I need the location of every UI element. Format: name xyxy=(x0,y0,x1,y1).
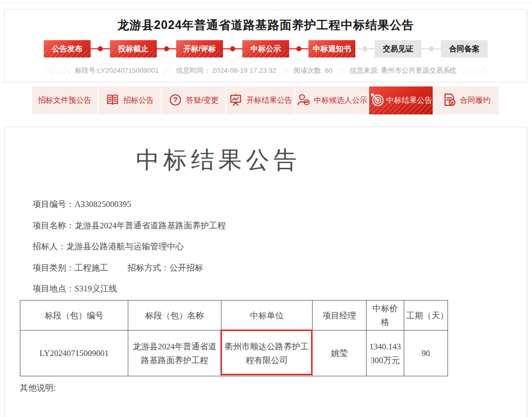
step-award-notice[interactable]: 中标通知书 xyxy=(309,40,355,57)
candidate-person-icon xyxy=(296,93,311,108)
question-circle-icon: ? xyxy=(169,93,182,108)
tab-clarification-change[interactable]: ? 答疑/变更 xyxy=(162,86,227,114)
step-connector xyxy=(422,48,441,49)
info-time: 信息时间： 2024-08-19 17:23:32 xyxy=(172,66,281,75)
info-source: 信息来源: 衢州市公共资源交易系统 xyxy=(345,66,461,75)
announcement-summary-card: 龙游县2024年普通省道路基路面养护工程中标结果公告 公告发布 投标截止 开标/… xyxy=(4,9,527,82)
top-divider xyxy=(0,3,532,3)
field-project-name: 项目名称：龙游县2024年普通省道路基路面养护工程 xyxy=(33,220,226,232)
contract-star-icon: ★ xyxy=(442,93,457,108)
tab-award-result-notice[interactable]: 中标结果公告 xyxy=(369,86,434,114)
step-contract-filing[interactable]: 合同备案 xyxy=(441,40,488,57)
tab-label: 招标文件预公告 xyxy=(38,96,92,105)
target-arrow-icon xyxy=(370,92,385,109)
table-row: LY20240715009001 龙游县2024年普通省道路基路面养护工程 衢州… xyxy=(20,331,448,376)
svg-text:?: ? xyxy=(174,96,178,104)
tab-bid-announcement[interactable]: 招标公告 xyxy=(98,86,162,114)
header-duration-days: 工期（天） xyxy=(404,301,448,331)
award-result-table: 标段（包）编号 标段（包）名称 中标单位 项目经理 中标价格 工期（天） LY2… xyxy=(20,300,448,376)
table-header-row: 标段（包）编号 标段（包）名称 中标单位 项目经理 中标价格 工期（天） xyxy=(20,301,448,331)
header-project-manager: 项目经理 xyxy=(313,301,367,331)
step-connector xyxy=(289,48,309,49)
cell-project-manager: 姚莹 xyxy=(313,331,367,376)
read-count: 阅读次数: 60 xyxy=(289,66,337,75)
tab-contract-performance[interactable]: ★ 合同履约 xyxy=(434,86,499,114)
red-highlight-box xyxy=(220,330,313,375)
cell-winning-price: 1340.143300万元 xyxy=(367,331,404,376)
tab-label: 开标结果公告 xyxy=(246,96,292,105)
process-step-bar: 公告发布 投标截止 开标/评标 中标公示 中标通知书 交易见证 合同备案 xyxy=(5,40,527,57)
cell-duration-days: 90 xyxy=(404,331,448,376)
section-number: 标段号:LY20240715009001 xyxy=(70,66,163,75)
winning-bidder-name: 衢州市顺达公路养护工程有限公司 xyxy=(225,342,309,365)
field-project-category-and-method: 项目类别：工程施工招标方式：公开招标 xyxy=(33,262,226,274)
step-connector xyxy=(157,48,176,49)
book-icon xyxy=(105,93,120,108)
tab-opening-result-notice[interactable]: 开标结果公告 xyxy=(227,86,295,114)
step-bid-opening[interactable]: 开标/评标 xyxy=(176,40,223,57)
header-winning-price: 中标价格 xyxy=(367,301,404,331)
tab-label: 招标公告 xyxy=(123,96,154,105)
notice-document-card: 中标结果公告 项目编号：A330825000395 项目名称：龙游县2024年普… xyxy=(4,127,527,417)
presentation-chart-icon xyxy=(229,93,243,108)
tab-label: 中标结果公告 xyxy=(386,96,432,105)
step-connector xyxy=(91,48,110,49)
announcement-tab-bar: 招标文件预公告 招标公告 ? 答疑/变更 开标结果公告 中标候选人公示 中标结果… xyxy=(32,86,499,114)
step-announcement-publish[interactable]: 公告发布 xyxy=(44,40,91,57)
tab-candidate-publicity[interactable]: 中标候选人公示 xyxy=(295,86,369,114)
cell-section-number: LY20240715009001 xyxy=(20,331,128,376)
field-project-location: 项目地点：S319义江线 xyxy=(33,283,226,295)
tab-label: 中标候选人公示 xyxy=(314,96,368,105)
tab-prebid-document-notice[interactable]: 招标文件预公告 xyxy=(32,86,98,114)
header-section-number: 标段（包）编号 xyxy=(20,301,128,331)
step-winner-publicity[interactable]: 中标公示 xyxy=(242,40,289,57)
header-winning-bidder: 中标单位 xyxy=(221,301,313,331)
cell-winning-bidder: 衢州市顺达公路养护工程有限公司 xyxy=(221,331,313,376)
notice-heading: 中标结果公告 xyxy=(5,144,432,176)
page-title: 龙游县2024年普通省道路基路面养护工程中标结果公告 xyxy=(5,17,527,33)
meta-info-row: 标段号:LY20240715009001 信息时间： 2024-08-19 17… xyxy=(44,66,487,75)
other-notes-label: 其他说明: xyxy=(20,382,56,394)
field-project-number: 项目编号：A330825000395 xyxy=(33,198,226,211)
tab-label: 答疑/变更 xyxy=(186,96,218,105)
svg-text:★: ★ xyxy=(450,100,454,105)
step-connector xyxy=(355,48,375,49)
step-bid-deadline[interactable]: 投标截止 xyxy=(110,40,157,57)
bidding-result-page: 龙游县2024年普通省道路基路面养护工程中标结果公告 公告发布 投标截止 开标/… xyxy=(0,0,532,417)
header-section-name: 标段（包）名称 xyxy=(128,301,221,331)
step-transaction-witness[interactable]: 交易见证 xyxy=(375,40,422,57)
tab-label: 合同履约 xyxy=(460,96,491,105)
notice-fields: 项目编号：A330825000395 项目名称：龙游县2024年普通省道路基路面… xyxy=(33,198,226,304)
cell-section-name: 龙游县2024年普通省道路基路面养护工程 xyxy=(128,331,221,376)
step-connector xyxy=(223,48,242,49)
field-tenderer: 招标人：龙游县公路港航与运输管理中心 xyxy=(33,241,226,253)
field-tender-method: 招标方式：公开招标 xyxy=(128,263,204,273)
field-project-category: 项目类别：工程施工 xyxy=(33,263,108,273)
